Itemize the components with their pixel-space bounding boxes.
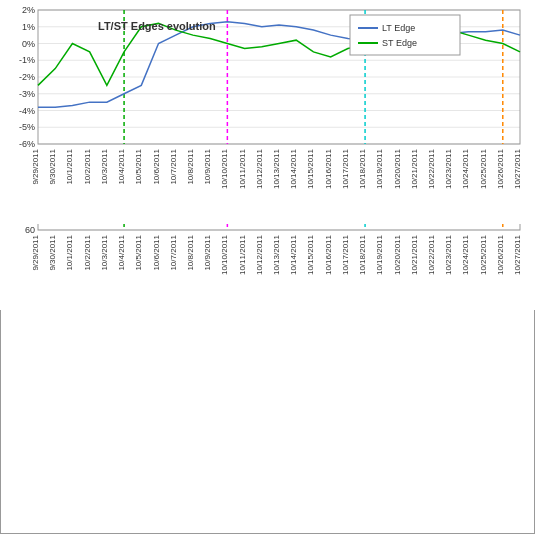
chart-container (0, 0, 535, 534)
bottom-chart (0, 0, 535, 224)
